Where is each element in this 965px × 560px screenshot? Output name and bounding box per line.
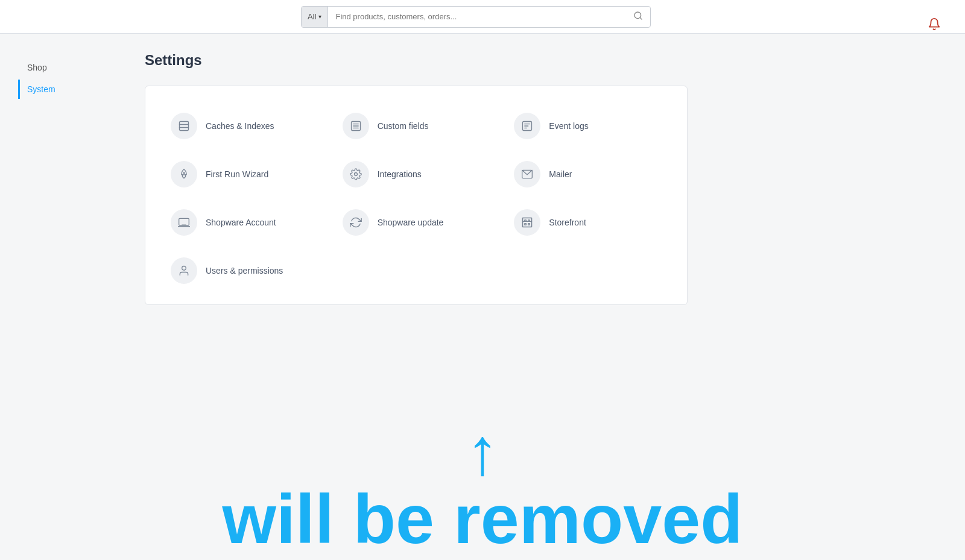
settings-item-caches-indexes[interactable]: Caches & Indexes: [163, 104, 326, 148]
laptop-icon: [178, 216, 190, 228]
caches-indexes-icon-circle: [171, 113, 197, 139]
storefront-label: Storefront: [549, 218, 586, 227]
main-content: Settings Caches & Indexes: [127, 52, 965, 542]
settings-item-event-logs[interactable]: Event logs: [507, 104, 669, 148]
settings-item-first-run-wizard[interactable]: First Run Wizard: [163, 153, 326, 196]
settings-item-integrations[interactable]: Integrations: [335, 153, 498, 196]
shopware-update-icon-circle: [343, 209, 369, 236]
lines-icon: [521, 120, 533, 132]
integrations-icon-circle: [343, 161, 369, 187]
svg-point-13: [183, 172, 185, 174]
settings-item-custom-fields[interactable]: Custom fields: [335, 104, 498, 148]
settings-item-users-permissions[interactable]: Users & permissions: [163, 249, 326, 292]
settings-item-shopware-update[interactable]: Shopware update: [335, 201, 498, 244]
gear-icon: [350, 168, 362, 180]
settings-grid: Caches & Indexes Custom fields: [163, 104, 669, 292]
sidebar-item-shop[interactable]: Shop: [18, 58, 127, 77]
settings-card: Caches & Indexes Custom fields: [145, 86, 688, 305]
sidebar-item-system[interactable]: System: [18, 80, 127, 99]
page-title: Settings: [145, 52, 947, 69]
svg-rect-22: [525, 224, 527, 225]
svg-line-1: [640, 17, 642, 19]
search-input[interactable]: [328, 12, 626, 21]
sidebar: Shop System: [18, 52, 127, 542]
settings-item-storefront[interactable]: Storefront: [507, 201, 669, 244]
search-icon: [633, 11, 643, 20]
refresh-icon: [350, 216, 362, 228]
first-run-wizard-label: First Run Wizard: [206, 169, 268, 179]
bell-icon: [928, 17, 941, 31]
shopware-account-label: Shopware Account: [206, 218, 276, 227]
svg-point-14: [354, 173, 357, 176]
search-filter-button[interactable]: All ▾: [302, 7, 328, 27]
svg-rect-19: [523, 218, 532, 227]
svg-rect-23: [528, 224, 530, 225]
settings-item-mailer[interactable]: Mailer: [507, 153, 669, 196]
list-icon: [350, 120, 362, 132]
user-icon: [178, 265, 190, 277]
event-logs-label: Event logs: [549, 121, 588, 131]
building-icon: [521, 216, 533, 228]
custom-fields-label: Custom fields: [378, 121, 429, 131]
top-navigation: All ▾: [0, 0, 965, 34]
svg-rect-16: [179, 218, 189, 225]
shopware-account-icon-circle: [171, 209, 197, 236]
mail-icon: [521, 168, 533, 180]
first-run-wizard-icon-circle: [171, 161, 197, 187]
chevron-down-icon: ▾: [318, 13, 321, 20]
integrations-label: Integrations: [378, 169, 422, 179]
mailer-icon-circle: [514, 161, 540, 187]
svg-point-27: [182, 266, 186, 271]
shopware-update-label: Shopware update: [378, 218, 444, 227]
search-submit-button[interactable]: [626, 11, 650, 23]
search-filter-label: All: [308, 12, 316, 21]
main-layout: Shop System Settings Caches & Indexes: [0, 34, 965, 560]
users-permissions-label: Users & permissions: [206, 266, 283, 275]
users-permissions-icon-circle: [171, 257, 197, 284]
svg-rect-2: [180, 122, 189, 131]
settings-item-shopware-account[interactable]: Shopware Account: [163, 201, 326, 244]
storefront-icon-circle: [514, 209, 540, 236]
custom-fields-icon-circle: [343, 113, 369, 139]
book-icon: [178, 120, 190, 132]
rocket-icon: [178, 168, 190, 180]
caches-indexes-label: Caches & Indexes: [206, 121, 274, 131]
notifications-bell[interactable]: [928, 17, 941, 33]
search-bar: All ▾: [301, 6, 651, 28]
event-logs-icon-circle: [514, 113, 540, 139]
mailer-label: Mailer: [549, 169, 572, 179]
